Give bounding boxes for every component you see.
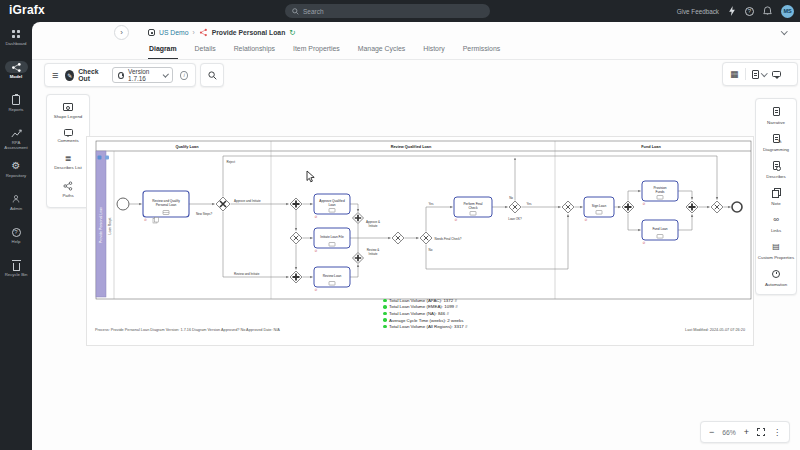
global-search-input[interactable]: Search bbox=[285, 4, 490, 18]
end-event[interactable] bbox=[732, 202, 742, 212]
describes-button[interactable]: Describes bbox=[756, 157, 796, 182]
resource-indicator-icon: ⊘ bbox=[643, 241, 646, 245]
admin-person-icon bbox=[11, 194, 21, 204]
automation-button[interactable]: Automation bbox=[756, 265, 796, 290]
shape-legend-icon bbox=[63, 103, 73, 111]
user-avatar[interactable]: MS bbox=[781, 5, 794, 18]
more-options-icon[interactable]: ⋮ bbox=[773, 428, 781, 437]
resource-indicator-icon: ⊘ bbox=[315, 215, 318, 219]
collapse-header-icon[interactable] bbox=[781, 28, 787, 34]
svg-text:Check: Check bbox=[468, 206, 477, 210]
tab-manage-cycles[interactable]: Manage Cycles bbox=[357, 42, 407, 59]
diagram-search-button[interactable] bbox=[200, 63, 224, 87]
sidebar-item-help[interactable]: ? Help bbox=[0, 223, 32, 256]
kpi-item: Total Loan Volume (All Regions): 3317 # bbox=[383, 323, 467, 330]
diagram-page[interactable]: Qualify Loan Review Qualified Loan Fund … bbox=[86, 136, 754, 346]
phase-review-qualified-loan: Review Qualified Loan bbox=[391, 145, 432, 149]
kpi-item: Total Loan Volume (NA): 846 # bbox=[383, 310, 467, 317]
start-event[interactable] bbox=[117, 198, 129, 210]
diagram-toolbar: ≡ ✎ Check Out Version 1.7.16 i bbox=[44, 63, 196, 87]
search-placeholder: Search bbox=[303, 8, 324, 15]
describes-list-button[interactable]: ≣ Describes List bbox=[47, 151, 89, 174]
narrative-button[interactable]: Narrative bbox=[756, 103, 796, 128]
shape-legend-button[interactable]: Shape Legend bbox=[47, 100, 89, 122]
menu-icon[interactable]: ≡ bbox=[52, 70, 58, 80]
tab-details[interactable]: Details bbox=[194, 42, 217, 59]
label-needs-final-check: Needs Final Check? bbox=[435, 237, 462, 241]
active-pill bbox=[5, 61, 28, 73]
label-loan-ok: Loan OK? bbox=[508, 217, 522, 221]
gear-icon: ⚙ bbox=[12, 161, 21, 171]
breadcrumb-workspace[interactable]: US Demo bbox=[159, 29, 188, 36]
tab-diagram[interactable]: Diagram bbox=[148, 42, 178, 59]
kpi-list: Total Loan Volume (APAC): 1372 # Total L… bbox=[383, 297, 467, 330]
sidebar-item-dashboard[interactable]: Dashboard bbox=[0, 25, 32, 58]
resource-indicator-icon: ⊘ bbox=[315, 249, 318, 253]
custom-properties-button[interactable]: ▤ Custom Properties bbox=[756, 238, 796, 263]
sidebar-item-reports[interactable]: Reports bbox=[0, 91, 32, 124]
kpi-item: Average Cycle Time (weeks): 2 weeks bbox=[383, 317, 467, 324]
resource-indicator-icon: ⊘ bbox=[315, 288, 318, 292]
sidebar-item-rpa-assessment[interactable]: RPA Assessment bbox=[0, 124, 32, 157]
comments-icon bbox=[64, 129, 73, 136]
comment-icon[interactable] bbox=[772, 71, 781, 78]
panel-expand-button[interactable]: › bbox=[114, 25, 129, 40]
sidebar-item-recycle-bin[interactable]: Recycle Bin bbox=[0, 256, 32, 289]
divider bbox=[745, 68, 746, 80]
version-dropdown[interactable]: Version 1.7.16 bbox=[112, 67, 173, 83]
fullscreen-icon[interactable] bbox=[757, 428, 765, 436]
links-button[interactable]: ∞ Links bbox=[756, 211, 796, 236]
svg-text:Funds: Funds bbox=[656, 190, 665, 194]
sidebar-item-admin[interactable]: Admin bbox=[0, 190, 32, 223]
dashboard-icon bbox=[12, 30, 16, 34]
tab-item-properties[interactable]: Item Properties bbox=[292, 42, 341, 59]
sidebar-item-repository[interactable]: ⚙ Repository bbox=[0, 157, 32, 190]
diagramming-button[interactable]: Diagramming bbox=[756, 130, 796, 155]
tab-relationships[interactable]: Relationships bbox=[233, 42, 276, 59]
svg-text:Loan: Loan bbox=[328, 203, 335, 207]
process-info-footer: Process: Provide Personal Loan Diagram V… bbox=[95, 328, 280, 332]
chevron-down-icon bbox=[761, 70, 767, 76]
paths-button[interactable]: Paths bbox=[47, 178, 89, 202]
svg-text:Fund Loan: Fund Loan bbox=[652, 227, 667, 231]
right-tool-palette: Narrative Diagramming Describes Note ∞ L… bbox=[755, 98, 797, 295]
lightning-icon[interactable] bbox=[728, 6, 736, 16]
narrative-icon bbox=[773, 107, 780, 116]
sidebar-item-model[interactable]: Model bbox=[0, 58, 32, 91]
zoom-in-button[interactable]: + bbox=[744, 428, 749, 437]
model-share-icon bbox=[11, 62, 22, 73]
breadcrumb-item: Provide Personal Loan bbox=[212, 29, 286, 36]
app-window: iGrafx Search Give Feedback ? MS Dashboa… bbox=[0, 0, 800, 450]
search-icon bbox=[292, 8, 299, 15]
resource-indicator-icon: ⊘ bbox=[643, 202, 646, 206]
breadcrumb-separator: › bbox=[192, 29, 194, 36]
zoom-level: 66% bbox=[722, 429, 736, 436]
help-icon[interactable]: ? bbox=[745, 7, 754, 16]
comments-button[interactable]: Comments bbox=[47, 126, 89, 147]
status-dot-icon bbox=[383, 325, 387, 329]
bpmn-canvas[interactable]: Qualify Loan Review Qualified Loan Fund … bbox=[91, 139, 755, 303]
note-button[interactable]: Note bbox=[756, 184, 796, 209]
give-feedback-link[interactable]: Give Feedback bbox=[677, 8, 719, 15]
label-new-steps: New Steps? bbox=[196, 212, 213, 216]
links-icon: ∞ bbox=[773, 216, 779, 224]
paths-icon bbox=[63, 181, 73, 191]
check-out-button[interactable]: ✎ Check Out bbox=[65, 68, 105, 82]
tab-permissions[interactable]: Permissions bbox=[462, 42, 502, 59]
info-icon[interactable]: i bbox=[180, 71, 188, 80]
search-icon bbox=[208, 71, 217, 80]
subprocess-marker-icon bbox=[657, 235, 663, 239]
export-document-button[interactable] bbox=[752, 70, 767, 79]
zoom-out-button[interactable]: − bbox=[709, 428, 714, 437]
workspace-icon bbox=[148, 29, 155, 36]
tab-divider bbox=[32, 59, 800, 60]
status-dot-icon bbox=[383, 305, 387, 309]
main-sidebar: Dashboard Model Reports RPA Assessment ⚙… bbox=[0, 22, 32, 450]
tab-history[interactable]: History bbox=[422, 42, 445, 59]
subprocess-marker-icon bbox=[596, 211, 602, 215]
grid-view-icon[interactable]: ▦ bbox=[730, 69, 739, 79]
content-panel: › US Demo › Provide Personal Loan ↻ Diag… bbox=[32, 22, 800, 450]
resource-indicator-icon: ⊘ bbox=[455, 218, 458, 222]
subprocess-marker-icon bbox=[470, 212, 476, 216]
bell-icon[interactable] bbox=[763, 6, 772, 16]
